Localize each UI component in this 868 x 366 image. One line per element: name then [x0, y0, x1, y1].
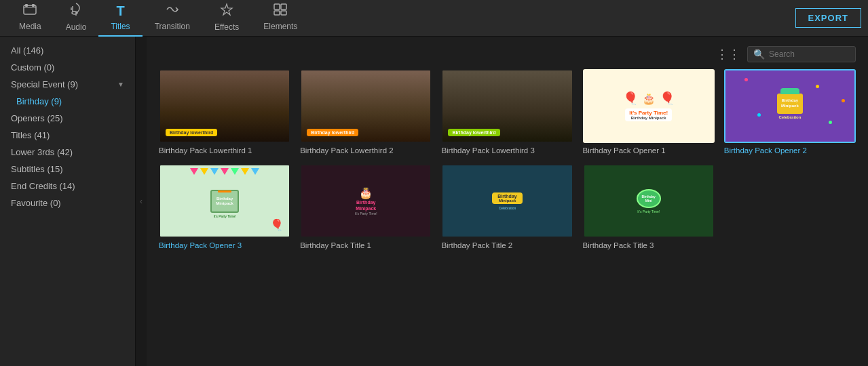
- thumbnail-title1: 🎂 BirthdayMinipack It's Party Time!: [300, 164, 432, 238]
- list-item[interactable]: BirthdayMinipack It's Party Time! 🎈 Birt…: [159, 164, 290, 249]
- sidebar-item-birthday[interactable]: Birthday (9): [0, 93, 135, 110]
- toolbar-item-titles[interactable]: T Titles: [98, 0, 142, 37]
- sidebar-label-end-credits: End Credits (14): [11, 181, 75, 191]
- thumbnail-label: Birthday Pack Lowerthird 2: [300, 146, 432, 155]
- sidebar-collapse-button[interactable]: ‹: [136, 37, 147, 366]
- grid-view-icon[interactable]: ⋮⋮: [716, 47, 740, 62]
- toolbar-label-effects: Effects: [214, 22, 239, 32]
- thumbnail-label: Birthday Pack Title 2: [441, 241, 573, 249]
- sidebar-label-custom: Custom (0): [11, 62, 54, 73]
- svg-rect-9: [281, 11, 286, 15]
- search-box[interactable]: 🔍: [747, 46, 856, 62]
- thumbnail-opener3: BirthdayMinipack It's Party Time! 🎈: [159, 164, 290, 238]
- titles-icon: T: [116, 3, 124, 19]
- thumbnail-label: Birthday Pack Opener 3: [159, 241, 290, 249]
- thumbnail-label: Birthday Pack Opener 1: [583, 146, 715, 155]
- sidebar-label-special-event: Special Event (9): [11, 79, 78, 89]
- content-topbar: ⋮⋮ 🔍: [153, 43, 861, 69]
- thumbnail-label: Birthday Pack Title 1: [300, 241, 432, 249]
- thumbnail-lowerthird3: Birthday lowerthird: [441, 69, 573, 143]
- toolbar-label-audio: Audio: [66, 22, 87, 32]
- toolbar-label-elements: Elements: [263, 22, 297, 31]
- toolbar-item-audio[interactable]: Audio: [54, 0, 99, 37]
- transition-icon: [166, 3, 179, 19]
- toolbar-item-elements[interactable]: Elements: [251, 0, 309, 37]
- list-item[interactable]: Birthday Minipack Celebration Birthday P…: [441, 164, 573, 249]
- thumbnail-title3: BirthdayMini It's Party Time!: [583, 164, 715, 238]
- sidebar-item-end-credits[interactable]: End Credits (14): [0, 178, 135, 195]
- sidebar-item-all[interactable]: All (146): [0, 42, 135, 59]
- export-button[interactable]: EXPORT: [795, 8, 861, 28]
- toolbar-item-effects[interactable]: Effects: [202, 0, 251, 37]
- toolbar-item-media[interactable]: Media: [7, 0, 54, 37]
- audio-icon: [70, 3, 82, 20]
- sidebar-label-favourite: Favourite (0): [11, 198, 61, 208]
- sidebar-item-subtitles[interactable]: Subtitles (15): [0, 161, 135, 178]
- sidebar-label-birthday: Birthday (9): [16, 96, 62, 106]
- svg-rect-1: [25, 4, 28, 7]
- content-area: ⋮⋮ 🔍 Birthday lowerthird Birthday Pack L…: [147, 37, 868, 366]
- search-input[interactable]: [769, 49, 850, 59]
- effects-icon: [220, 3, 233, 20]
- toolbar-label-transition: Transition: [155, 22, 190, 31]
- thumbnail-grid: Birthday lowerthird Birthday Pack Lowert…: [153, 69, 861, 249]
- list-item[interactable]: BirthdayMinipack Celebration Birthday Pa…: [724, 69, 856, 155]
- thumbnail-opener2: BirthdayMinipack Celebration: [724, 69, 856, 143]
- list-item[interactable]: Birthday lowerthird Birthday Pack Lowert…: [441, 69, 573, 155]
- grid-toggle[interactable]: ⋮⋮: [716, 47, 740, 62]
- svg-rect-2: [32, 4, 35, 7]
- sidebar-label-lower3rds: Lower 3rds (42): [11, 147, 73, 157]
- sidebar-item-lower3rds[interactable]: Lower 3rds (42): [0, 144, 135, 161]
- sidebar-label-openers: Openers (25): [11, 113, 63, 123]
- sidebar-label-titles: Titles (41): [11, 130, 50, 140]
- sidebar-label-subtitles: Subtitles (15): [11, 164, 63, 174]
- thumbnail-label: Birthday Pack Lowerthird 3: [441, 146, 573, 155]
- thumbnail-label: Birthday Pack Title 3: [583, 241, 715, 249]
- sidebar-label-all: All (146): [11, 45, 43, 56]
- search-icon: 🔍: [753, 49, 765, 60]
- list-item[interactable]: Birthday lowerthird Birthday Pack Lowert…: [300, 69, 432, 155]
- sidebar-item-titles[interactable]: Titles (41): [0, 127, 135, 144]
- chevron-down-icon: ▼: [117, 81, 124, 88]
- thumbnail-label: Birthday Pack Lowerthird 1: [159, 146, 290, 155]
- thumbnail-label: Birthday Pack Opener 2: [724, 146, 856, 155]
- list-item[interactable]: 🎂 BirthdayMinipack It's Party Time! Birt…: [300, 164, 432, 249]
- toolbar-label-media: Media: [19, 22, 41, 31]
- thumbnail-title2: Birthday Minipack Celebration: [441, 164, 573, 238]
- sidebar-item-special-event[interactable]: Special Event (9) ▼: [0, 76, 135, 93]
- svg-marker-5: [221, 4, 232, 15]
- thumbnail-lowerthird2: Birthday lowerthird: [300, 69, 432, 143]
- media-icon: [23, 3, 37, 19]
- toolbar: Media Audio T Titles Transition Effects …: [0, 0, 868, 37]
- svg-rect-6: [274, 4, 280, 9]
- thumbnail-opener1: 🎈 🎂 🎈 It's Party Time! Birthday Minipack: [583, 69, 715, 143]
- main-area: All (146) Custom (0) Special Event (9) ▼…: [0, 37, 868, 366]
- sidebar-item-openers[interactable]: Openers (25): [0, 110, 135, 127]
- svg-rect-8: [274, 11, 280, 15]
- sidebar-item-custom[interactable]: Custom (0): [0, 59, 135, 76]
- list-item[interactable]: Birthday lowerthird Birthday Pack Lowert…: [159, 69, 290, 155]
- sidebar-item-favourite[interactable]: Favourite (0): [0, 195, 135, 211]
- svg-rect-7: [281, 4, 286, 9]
- elements-icon: [273, 3, 287, 19]
- toolbar-item-transition[interactable]: Transition: [143, 0, 202, 37]
- toolbar-label-titles: Titles: [111, 22, 130, 31]
- list-item[interactable]: 🎈 🎂 🎈 It's Party Time! Birthday Minipack…: [583, 69, 715, 155]
- sidebar: All (146) Custom (0) Special Event (9) ▼…: [0, 37, 136, 366]
- list-item[interactable]: BirthdayMini It's Party Time! Birthday P…: [583, 164, 715, 249]
- thumbnail-lowerthird1: Birthday lowerthird: [159, 69, 290, 143]
